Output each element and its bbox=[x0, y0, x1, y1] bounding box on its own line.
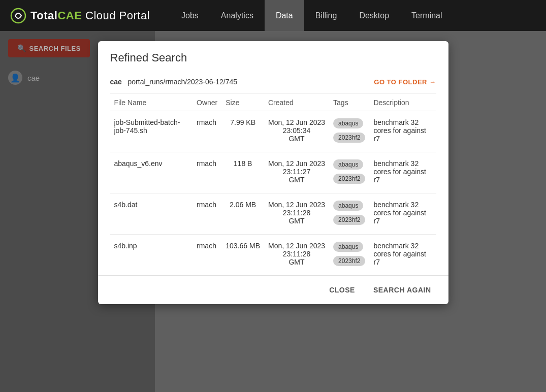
cell-size: 7.99 KB bbox=[221, 111, 264, 152]
close-button[interactable]: CLOSE bbox=[324, 283, 360, 297]
cell-tags: abaqus2023hf2 bbox=[329, 235, 369, 276]
cell-owner: rmach bbox=[192, 235, 221, 276]
folder-path-text: portal_runs/rmach/2023-06-12/745 bbox=[128, 78, 238, 86]
cell-owner: rmach bbox=[192, 111, 221, 152]
cell-tags: abaqus2023hf2 bbox=[329, 152, 369, 193]
folder-user: cae bbox=[110, 78, 122, 86]
modal-title: Refined Search bbox=[98, 41, 448, 73]
cell-size: 118 B bbox=[221, 152, 264, 193]
col-owner: Owner bbox=[192, 93, 221, 111]
cell-created: Mon, 12 Jun 202323:11:28GMT bbox=[264, 193, 329, 235]
cell-filename: s4b.dat bbox=[110, 193, 193, 235]
nav-link-billing[interactable]: Billing bbox=[304, 0, 348, 31]
modal-body: cae portal_runs/rmach/2023-06-12/745 GO … bbox=[98, 73, 448, 275]
tags-wrapper: abaqus2023hf2 bbox=[333, 118, 365, 145]
cell-tags: abaqus2023hf2 bbox=[329, 193, 369, 235]
svg-point-0 bbox=[11, 9, 25, 23]
cell-filename: job-Submitted-batch-job-745.sh bbox=[110, 111, 193, 152]
nav-logo-text: TotalCAE Cloud Portal bbox=[30, 9, 150, 22]
cell-owner: rmach bbox=[192, 193, 221, 235]
cell-description: benchmark 32 cores for against r7 bbox=[369, 111, 436, 152]
tag-badge: 2023hf2 bbox=[333, 215, 365, 225]
nav-link-desktop[interactable]: Desktop bbox=[348, 0, 400, 31]
cell-size: 103.66 MB bbox=[221, 235, 264, 276]
go-to-folder-link[interactable]: GO TO FOLDER → bbox=[374, 78, 436, 86]
search-again-button[interactable]: SEARCH AGAIN bbox=[368, 283, 436, 297]
logo-icon bbox=[10, 8, 26, 24]
nav-bar: TotalCAE Cloud Portal Jobs Analytics Dat… bbox=[0, 0, 546, 31]
table-row: job-Submitted-batch-job-745.sh rmach 7.9… bbox=[110, 111, 436, 152]
cell-created: Mon, 12 Jun 202323:05:34GMT bbox=[264, 111, 329, 152]
cell-owner: rmach bbox=[192, 152, 221, 193]
tag-badge: abaqus bbox=[333, 118, 363, 128]
go-to-folder-label: GO TO FOLDER bbox=[374, 78, 427, 86]
cell-filename: abaqus_v6.env bbox=[110, 152, 193, 193]
col-size: Size bbox=[221, 93, 264, 111]
cell-created: Mon, 12 Jun 202323:11:28GMT bbox=[264, 235, 329, 276]
table-body: job-Submitted-batch-job-745.sh rmach 7.9… bbox=[110, 111, 436, 276]
col-created: Created bbox=[264, 93, 329, 111]
nav-links: Jobs Analytics Data Billing Desktop Term… bbox=[170, 0, 536, 31]
nav-logo: TotalCAE Cloud Portal bbox=[10, 8, 150, 24]
nav-link-data[interactable]: Data bbox=[265, 0, 304, 31]
cell-filename: s4b.inp bbox=[110, 235, 193, 276]
tag-badge: abaqus bbox=[333, 242, 363, 252]
table-row: abaqus_v6.env rmach 118 B Mon, 12 Jun 20… bbox=[110, 152, 436, 193]
file-table: File Name Owner Size Created Tags Descri… bbox=[110, 93, 436, 275]
tag-badge: 2023hf2 bbox=[333, 256, 365, 266]
tags-wrapper: abaqus2023hf2 bbox=[333, 242, 365, 268]
cell-tags: abaqus2023hf2 bbox=[329, 111, 369, 152]
tags-wrapper: abaqus2023hf2 bbox=[333, 159, 365, 186]
cell-created: Mon, 12 Jun 202323:11:27GMT bbox=[264, 152, 329, 193]
tag-badge: 2023hf2 bbox=[333, 133, 365, 143]
col-tags: Tags bbox=[329, 93, 369, 111]
nav-link-analytics[interactable]: Analytics bbox=[210, 0, 265, 31]
col-filename: File Name bbox=[110, 93, 193, 111]
cell-description: benchmark 32 cores for against r7 bbox=[369, 152, 436, 193]
folder-header: cae portal_runs/rmach/2023-06-12/745 GO … bbox=[110, 73, 436, 93]
nav-link-jobs[interactable]: Jobs bbox=[170, 0, 210, 31]
nav-link-terminal[interactable]: Terminal bbox=[400, 0, 453, 31]
refined-search-modal: Refined Search cae portal_runs/rmach/202… bbox=[98, 41, 448, 304]
col-description: Description bbox=[369, 93, 436, 111]
tags-wrapper: abaqus2023hf2 bbox=[333, 201, 365, 227]
table-row: s4b.dat rmach 2.06 MB Mon, 12 Jun 202323… bbox=[110, 193, 436, 235]
tag-badge: 2023hf2 bbox=[333, 174, 365, 184]
arrow-right-icon: → bbox=[429, 78, 436, 86]
modal-footer: CLOSE SEARCH AGAIN bbox=[98, 275, 448, 304]
cell-description: benchmark 32 cores for against r7 bbox=[369, 235, 436, 276]
table-header: File Name Owner Size Created Tags Descri… bbox=[110, 93, 436, 111]
modal-overlay: Refined Search cae portal_runs/rmach/202… bbox=[0, 31, 546, 392]
tag-badge: abaqus bbox=[333, 159, 363, 170]
folder-path: cae portal_runs/rmach/2023-06-12/745 bbox=[110, 78, 238, 86]
cell-size: 2.06 MB bbox=[221, 193, 264, 235]
tag-badge: abaqus bbox=[333, 201, 363, 211]
cell-description: benchmark 32 cores for against r7 bbox=[369, 193, 436, 235]
table-row: s4b.inp rmach 103.66 MB Mon, 12 Jun 2023… bbox=[110, 235, 436, 276]
